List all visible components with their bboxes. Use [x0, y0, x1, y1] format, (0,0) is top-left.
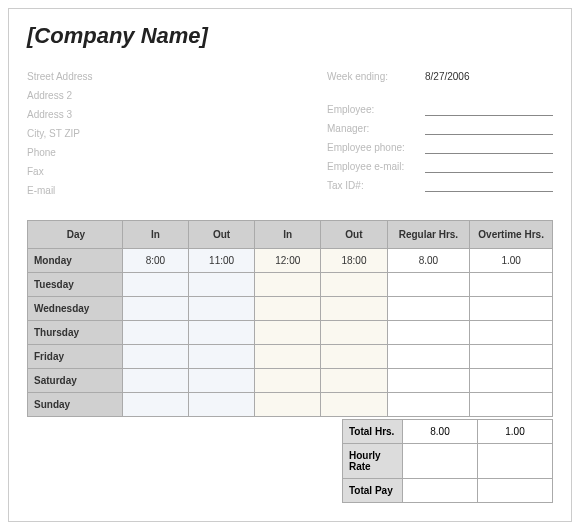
out2-cell: 18:00: [321, 249, 387, 273]
header-row: Day In Out In Out Regular Hrs. Overtime …: [28, 221, 553, 249]
table-row: Wednesday: [28, 297, 553, 321]
reg-hrs-cell: [387, 393, 470, 417]
header-in2: In: [255, 221, 321, 249]
in1-cell: [122, 345, 188, 369]
out2-cell: [321, 297, 387, 321]
out2-cell: [321, 345, 387, 369]
reg-hrs-cell: [387, 297, 470, 321]
in2-cell: 12:00: [255, 249, 321, 273]
in1-cell: 8:00: [122, 249, 188, 273]
day-cell: Saturday: [28, 369, 123, 393]
info-section: Street Address Address 2 Address 3 City,…: [27, 67, 553, 200]
in2-cell: [255, 369, 321, 393]
phone-label: Phone: [27, 143, 307, 162]
tax-id-field: [425, 180, 553, 192]
table-row: Sunday: [28, 393, 553, 417]
day-cell: Tuesday: [28, 273, 123, 297]
day-cell: Wednesday: [28, 297, 123, 321]
emp-phone-field: [425, 142, 553, 154]
total-pay-reg: [403, 479, 478, 503]
total-ot-hrs: 1.00: [478, 420, 553, 444]
out1-cell: [189, 321, 255, 345]
in2-cell: [255, 393, 321, 417]
table-row: Monday8:0011:0012:0018:008.001.00: [28, 249, 553, 273]
ot-hrs-cell: 1.00: [470, 249, 553, 273]
timesheet-document: [Company Name] Street Address Address 2 …: [8, 8, 572, 522]
in2-cell: [255, 297, 321, 321]
hourly-rate-ot: [478, 444, 553, 479]
out2-cell: [321, 393, 387, 417]
in1-cell: [122, 297, 188, 321]
ot-hrs-cell: [470, 393, 553, 417]
employee-field: [425, 104, 553, 116]
company-name-title: [Company Name]: [27, 23, 553, 49]
day-cell: Thursday: [28, 321, 123, 345]
in2-cell: [255, 273, 321, 297]
email-label: E-mail: [27, 181, 307, 200]
out2-cell: [321, 321, 387, 345]
manager-label: Manager:: [327, 119, 417, 138]
out1-cell: [189, 273, 255, 297]
out1-cell: [189, 393, 255, 417]
emp-email-field: [425, 161, 553, 173]
address-3: Address 3: [27, 105, 307, 124]
ot-hrs-cell: [470, 273, 553, 297]
week-ending-value: 8/27/2006: [425, 67, 470, 86]
timesheet-table: Day In Out In Out Regular Hrs. Overtime …: [27, 220, 553, 417]
table-row: Friday: [28, 345, 553, 369]
street-address: Street Address: [27, 67, 307, 86]
out1-cell: [189, 345, 255, 369]
in2-cell: [255, 321, 321, 345]
in1-cell: [122, 273, 188, 297]
employee-label: Employee:: [327, 100, 417, 119]
total-hrs-label: Total Hrs.: [343, 420, 403, 444]
reg-hrs-cell: [387, 273, 470, 297]
hourly-rate-label: Hourly Rate: [343, 444, 403, 479]
header-overtime-hrs: Overtime Hrs.: [470, 221, 553, 249]
table-row: Saturday: [28, 369, 553, 393]
in1-cell: [122, 321, 188, 345]
emp-phone-label: Employee phone:: [327, 138, 417, 157]
tax-id-label: Tax ID#:: [327, 176, 417, 195]
total-reg-hrs: 8.00: [403, 420, 478, 444]
ot-hrs-cell: [470, 297, 553, 321]
day-cell: Sunday: [28, 393, 123, 417]
table-row: Tuesday: [28, 273, 553, 297]
meta-block: Week ending: 8/27/2006 Employee: Manager…: [327, 67, 553, 200]
reg-hrs-cell: [387, 345, 470, 369]
summary-table: Total Hrs. 8.00 1.00 Hourly Rate Total P…: [342, 419, 553, 503]
header-day: Day: [28, 221, 123, 249]
ot-hrs-cell: [470, 345, 553, 369]
out2-cell: [321, 369, 387, 393]
out2-cell: [321, 273, 387, 297]
summary-row-total-pay: Total Pay: [343, 479, 553, 503]
summary-row-hourly-rate: Hourly Rate: [343, 444, 553, 479]
fax-label: Fax: [27, 162, 307, 181]
out1-cell: [189, 297, 255, 321]
manager-field: [425, 123, 553, 135]
out1-cell: [189, 369, 255, 393]
in1-cell: [122, 393, 188, 417]
header-regular-hrs: Regular Hrs.: [387, 221, 470, 249]
header-out2: Out: [321, 221, 387, 249]
hourly-rate-reg: [403, 444, 478, 479]
total-pay-label: Total Pay: [343, 479, 403, 503]
total-pay-ot: [478, 479, 553, 503]
out1-cell: 11:00: [189, 249, 255, 273]
table-row: Thursday: [28, 321, 553, 345]
address-2: Address 2: [27, 86, 307, 105]
summary-row-total-hrs: Total Hrs. 8.00 1.00: [343, 420, 553, 444]
in1-cell: [122, 369, 188, 393]
reg-hrs-cell: 8.00: [387, 249, 470, 273]
day-cell: Friday: [28, 345, 123, 369]
city-state-zip: City, ST ZIP: [27, 124, 307, 143]
emp-email-label: Employee e-mail:: [327, 157, 417, 176]
in2-cell: [255, 345, 321, 369]
ot-hrs-cell: [470, 321, 553, 345]
reg-hrs-cell: [387, 321, 470, 345]
week-ending-label: Week ending:: [327, 67, 417, 86]
address-block: Street Address Address 2 Address 3 City,…: [27, 67, 307, 200]
day-cell: Monday: [28, 249, 123, 273]
reg-hrs-cell: [387, 369, 470, 393]
header-out1: Out: [189, 221, 255, 249]
